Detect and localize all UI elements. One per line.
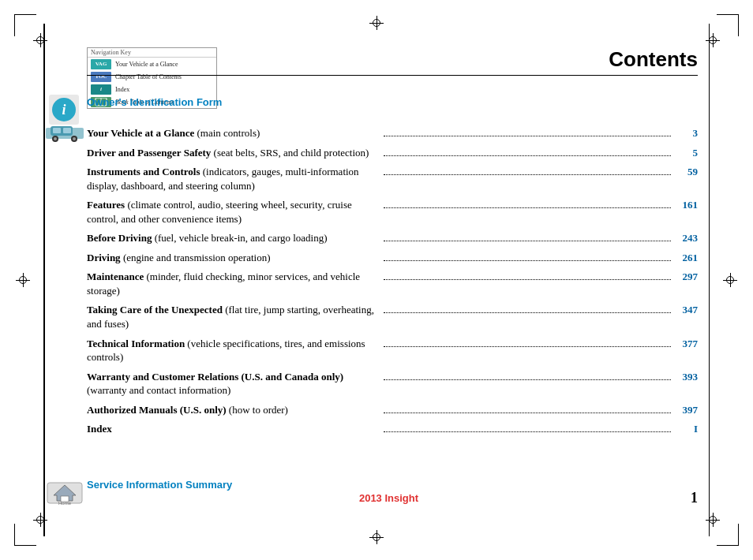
toc-chapter-title-4: Before Driving <box>87 232 152 244</box>
car-icon <box>46 125 84 144</box>
reg-mark-mid-left <box>16 273 30 287</box>
toc-page-7[interactable]: 347 <box>674 303 698 317</box>
toc-page-9[interactable]: 393 <box>674 370 698 384</box>
toc-chapter-title-2: Instruments and Controls <box>87 166 200 177</box>
toc-entry-text-unexpected: Taking Care of the Unexpected (flat tire… <box>87 303 380 330</box>
toc-dots-2 <box>384 174 671 175</box>
toc-entry-instruments: Instruments and Controls (indicators, ga… <box>87 165 698 192</box>
car-icon-area <box>46 125 84 144</box>
toc-entry-driving: Driving (engine and transmission operati… <box>87 251 698 265</box>
toc-page-8[interactable]: 377 <box>674 337 698 351</box>
toc-dots-7 <box>384 312 671 313</box>
toc-entry-text-warranty: Warranty and Customer Relations (U.S. an… <box>87 370 380 398</box>
home-icon-area[interactable]: Home <box>46 481 84 505</box>
toc-page[interactable]: 3 <box>674 126 698 140</box>
toc-dots-8 <box>384 346 671 347</box>
svg-rect-5 <box>63 128 71 133</box>
toc-entry-text-maintenance: Maintenance (minder, fluid checking, min… <box>87 270 380 297</box>
footer-model: 2013 Insight <box>359 492 418 504</box>
corner-mark-bottom-right <box>717 524 739 546</box>
toc-chapter-title-11: Index <box>87 423 112 435</box>
toc-dots-9 <box>384 379 671 380</box>
toc-chapter-desc-10: (how to order) <box>227 404 288 416</box>
nav-key-badge-index: i <box>91 84 111 95</box>
svg-point-9 <box>73 137 76 140</box>
toc-entry-text-features: Features (climate control, audio, steeri… <box>87 198 380 226</box>
toc-entry-maintenance: Maintenance (minder, fluid checking, min… <box>87 270 698 297</box>
toc-entry-text-glance: Your Vehicle at a Glance (main controls) <box>87 126 380 140</box>
toc-entry-text-authorized: Authorized Manuals (U.S. only) (how to o… <box>87 403 380 417</box>
reg-mark-top-center <box>369 16 384 30</box>
toc-page-10[interactable]: 397 <box>674 403 698 417</box>
svg-text:Home: Home <box>58 501 72 505</box>
toc-dots-6 <box>384 279 671 280</box>
toc-dots-5 <box>384 260 671 261</box>
toc-entry-text-before-driving: Before Driving (fuel, vehicle break-in, … <box>87 231 380 245</box>
toc-entry-safety: Driver and Passenger Safety (seat belts,… <box>87 146 698 160</box>
svg-rect-4 <box>53 128 61 133</box>
toc-dots-10 <box>384 413 671 413</box>
side-bar-right <box>709 24 710 536</box>
toc-entry-warranty: Warranty and Customer Relations (U.S. an… <box>87 370 698 398</box>
reg-mark-bottom-center <box>369 530 384 544</box>
toc-chapter-title-10: Authorized Manuals (U.S. only) <box>87 404 227 416</box>
reg-mark-bottom-left <box>33 513 47 527</box>
toc-dots-1 <box>384 155 671 156</box>
toc-entry-technical: Technical Information (vehicle specifica… <box>87 337 698 364</box>
toc-page-4[interactable]: 243 <box>674 231 698 245</box>
toc-page-6[interactable]: 297 <box>674 270 698 284</box>
toc-chapter-title-7: Taking Care of the Unexpected <box>87 304 223 315</box>
toc-entry-glance: Your Vehicle at a Glance (main controls)… <box>87 126 698 140</box>
toc-chapter-title-8: Technical Information <box>87 338 185 349</box>
toc-entry-unexpected: Taking Care of the Unexpected (flat tire… <box>87 303 698 330</box>
toc-page-3[interactable]: 161 <box>674 198 698 212</box>
reg-mark-top-left <box>33 33 47 47</box>
toc-chapter-desc-3: (climate control, audio, steering wheel,… <box>87 199 352 225</box>
toc-page-11[interactable]: I <box>674 422 698 436</box>
info-icon: i <box>52 98 76 121</box>
toc-page-1[interactable]: 5 <box>674 146 698 160</box>
toc-dots-3 <box>384 207 671 208</box>
toc-entry-before-driving: Before Driving (fuel, vehicle break-in, … <box>87 231 698 245</box>
owner-id-link[interactable]: Owner's Identification Form <box>87 96 222 108</box>
toc-chapter-desc: (main controls) <box>194 127 260 139</box>
toc-chapter-desc-4: (fuel, vehicle break-in, and cargo loadi… <box>152 232 327 244</box>
toc-entry-text-technical: Technical Information (vehicle specifica… <box>87 337 380 364</box>
side-bar-left <box>43 24 45 536</box>
toc-dots-4 <box>384 241 671 241</box>
home-icon: Home <box>46 481 84 505</box>
toc-chapter-desc-5: (engine and transmission operation) <box>121 252 271 263</box>
svg-point-7 <box>54 137 57 140</box>
main-content: Navigation Key VAG Your Vehicle at a Gla… <box>87 47 698 513</box>
toc-chapter-desc-1: (seat belts, SRS, and child protection) <box>211 147 369 159</box>
toc-page-2[interactable]: 59 <box>674 165 698 179</box>
toc-entry-text-driving: Driving (engine and transmission operati… <box>87 251 380 265</box>
toc-chapter-title-9: Warranty and Customer Relations (U.S. an… <box>87 371 343 383</box>
toc-chapter-title: Your Vehicle at a Glance <box>87 127 194 139</box>
toc-chapter-title-6: Maintenance <box>87 271 144 282</box>
service-info-link[interactable]: Service Information Summary <box>87 479 232 491</box>
footer-area: 2013 Insight 1 <box>87 490 698 506</box>
toc-chapter-title-3: Features <box>87 199 125 211</box>
info-icon-area: i <box>49 95 79 125</box>
corner-mark-bottom-left <box>14 524 36 546</box>
toc-entry-authorized: Authorized Manuals (U.S. only) (how to o… <box>87 403 698 417</box>
toc-entry-text-index: Index <box>87 422 380 436</box>
toc-list: Your Vehicle at a Glance (main controls)… <box>87 126 698 442</box>
toc-entry-index: Index I <box>87 422 698 436</box>
contents-header: Contents <box>87 47 698 76</box>
toc-dots-11 <box>384 431 671 432</box>
toc-chapter-desc-9: (warranty and contact information) <box>87 384 230 396</box>
corner-mark-top-right <box>717 14 739 36</box>
toc-entry-text-instruments: Instruments and Controls (indicators, ga… <box>87 165 380 192</box>
toc-page-5[interactable]: 261 <box>674 251 698 265</box>
toc-entry-text-safety: Driver and Passenger Safety (seat belts,… <box>87 146 380 160</box>
nav-key-label-index: Index <box>115 86 129 93</box>
toc-chapter-title-5: Driving <box>87 252 121 263</box>
toc-dots <box>384 136 671 136</box>
reg-mark-mid-right <box>723 273 737 287</box>
toc-chapter-title-1: Driver and Passenger Safety <box>87 147 211 159</box>
nav-key-item-index[interactable]: i Index <box>88 83 216 95</box>
toc-entry-features: Features (climate control, audio, steeri… <box>87 198 698 226</box>
footer-page: 1 <box>691 490 698 506</box>
